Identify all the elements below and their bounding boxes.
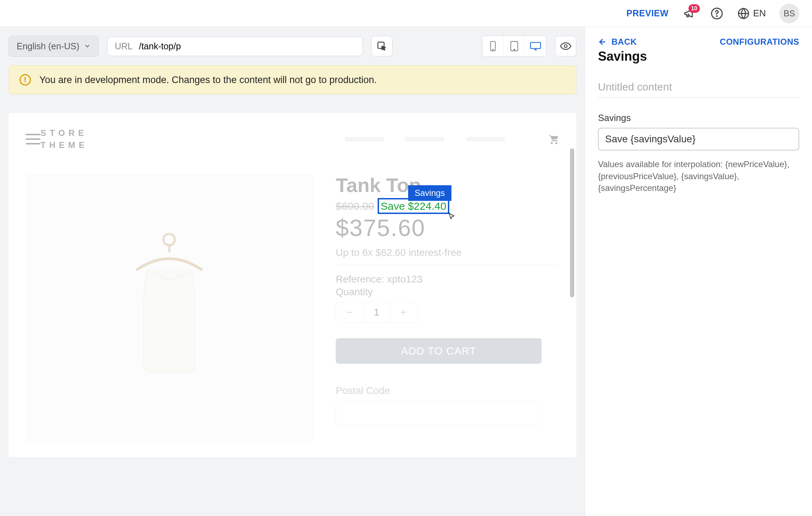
avatar[interactable]: BS: [779, 4, 799, 23]
viewport-desktop[interactable]: [525, 36, 546, 56]
editor-toolbar: English (en-US) URL: [9, 35, 576, 57]
add-to-cart-button[interactable]: ADD TO CART: [336, 338, 542, 364]
url-label: URL: [115, 41, 132, 51]
cursor-icon: [446, 212, 456, 222]
locale-label: English (en-US): [17, 41, 79, 51]
pointer-square-icon: [377, 41, 387, 51]
svg-point-1: [717, 16, 717, 16]
postal-label: Postal Code: [336, 385, 559, 396]
savings-block[interactable]: Savings Save $224.40: [378, 200, 449, 212]
svg-point-11: [555, 142, 558, 144]
quantity-increase[interactable]: +: [390, 302, 417, 322]
desktop-icon: [530, 41, 542, 51]
installments-text: Up to 6x $62.60 interest-free: [336, 247, 559, 265]
banner-text: You are in development mode. Changes to …: [39, 75, 377, 86]
quantity-label: Quantity: [336, 286, 559, 298]
warning-icon: !: [20, 74, 31, 86]
topbar: PREVIEW 10 EN BS: [0, 0, 812, 27]
nav-placeholder: [466, 137, 505, 141]
scrollbar-thumb[interactable]: [570, 148, 574, 297]
store-header: STORE THEME: [26, 127, 559, 151]
svg-point-5: [492, 49, 493, 50]
viewport-mobile[interactable]: [482, 36, 504, 56]
quantity-stepper: − 1 +: [336, 302, 417, 323]
store-logo: STORE THEME: [40, 127, 88, 151]
chevron-down-icon: [84, 43, 90, 49]
viewport-switcher: [482, 35, 547, 57]
savings-field-label: Savings: [598, 112, 799, 123]
product-image: [26, 174, 313, 443]
language-code: EN: [753, 8, 766, 19]
viewport-tablet[interactable]: [504, 36, 525, 56]
svg-rect-8: [531, 43, 541, 49]
svg-point-9: [564, 45, 567, 48]
url-field[interactable]: URL: [107, 37, 363, 56]
editor-column: English (en-US) URL: [0, 27, 585, 516]
dev-mode-banner: ! You are in development mode. Changes t…: [9, 65, 576, 94]
svg-point-10: [551, 142, 553, 144]
cart-icon[interactable]: [547, 133, 559, 145]
previous-price: $600.00: [336, 200, 374, 212]
config-panel: BACK CONFIGURATIONS Savings Untitled con…: [585, 27, 812, 516]
content-name-input[interactable]: Untitled content: [598, 81, 799, 98]
select-element-button[interactable]: [371, 36, 393, 56]
svg-point-7: [514, 49, 515, 50]
preview-link[interactable]: PREVIEW: [626, 8, 669, 18]
url-input[interactable]: [139, 41, 355, 51]
postal-input[interactable]: [336, 401, 542, 426]
mobile-icon: [489, 41, 497, 51]
savings-block-label: Savings: [408, 185, 451, 201]
back-label: BACK: [611, 37, 637, 47]
language-selector[interactable]: EN: [737, 7, 766, 20]
configurations-link[interactable]: CONFIGURATIONS: [720, 37, 799, 47]
back-link[interactable]: BACK: [598, 37, 637, 47]
view-live-button[interactable]: [555, 36, 576, 56]
help-icon[interactable]: [710, 6, 724, 21]
announcements-icon[interactable]: 10: [682, 6, 696, 21]
eye-icon: [560, 42, 571, 50]
locale-select[interactable]: English (en-US): [9, 36, 99, 57]
config-title: Savings: [598, 49, 799, 64]
reference-text: Reference: xpto123: [336, 274, 559, 285]
quantity-value: 1: [363, 302, 390, 322]
interpolation-help: Values available for interpolation: {new…: [598, 158, 799, 194]
savings-field-input[interactable]: [598, 128, 799, 150]
nav-placeholder: [405, 137, 444, 141]
notification-badge: 10: [688, 4, 700, 13]
quantity-decrease[interactable]: −: [336, 302, 363, 322]
arrow-left-icon: [598, 38, 607, 46]
nav-placeholder: [345, 137, 384, 141]
menu-icon[interactable]: [26, 134, 40, 144]
tablet-icon: [510, 41, 519, 51]
globe-icon: [737, 7, 750, 20]
preview-canvas: STORE THEME: [9, 113, 576, 457]
